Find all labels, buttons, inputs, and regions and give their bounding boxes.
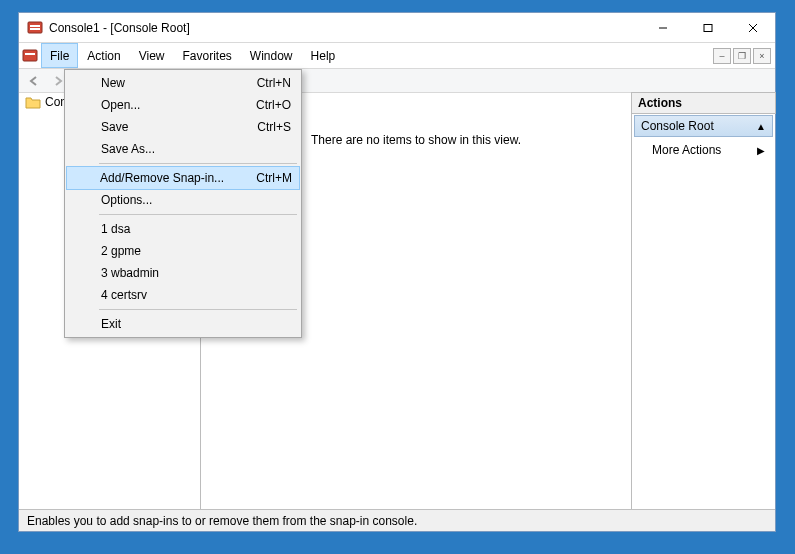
menu-separator: [99, 163, 297, 164]
file-menu-dropdown: New Ctrl+N Open... Ctrl+O Save Ctrl+S Sa…: [64, 69, 302, 338]
menu-item-recent-1-label: 1 dsa: [101, 222, 130, 236]
menu-item-recent-3[interactable]: 3 wbadmin: [67, 262, 299, 284]
menu-item-save-label: Save: [101, 120, 128, 134]
statusbar-text: Enables you to add snap-ins to or remove…: [27, 514, 417, 528]
menu-item-open[interactable]: Open... Ctrl+O: [67, 94, 299, 116]
titlebar: Console1 - [Console Root]: [19, 13, 775, 43]
menu-item-recent-2[interactable]: 2 gpme: [67, 240, 299, 262]
menu-item-recent-4[interactable]: 4 certsrv: [67, 284, 299, 306]
menu-item-save-as-label: Save As...: [101, 142, 155, 156]
menu-file[interactable]: File: [41, 43, 78, 68]
menu-item-new-shortcut: Ctrl+N: [257, 76, 291, 90]
submenu-arrow-icon: ▶: [757, 145, 765, 156]
menu-help-label: Help: [311, 49, 336, 63]
svg-rect-7: [23, 50, 37, 61]
menu-item-recent-2-label: 2 gpme: [101, 244, 141, 258]
more-actions-label: More Actions: [652, 143, 721, 157]
mdi-minimize-button[interactable]: –: [713, 48, 731, 64]
menu-item-add-remove-snapin[interactable]: Add/Remove Snap-in... Ctrl+M: [66, 166, 300, 190]
menu-item-add-remove-shortcut: Ctrl+M: [256, 171, 292, 185]
mmc-app-icon: [27, 20, 43, 36]
maximize-button[interactable]: [685, 13, 730, 42]
menu-window[interactable]: Window: [241, 43, 302, 68]
statusbar: Enables you to add snap-ins to or remove…: [19, 509, 775, 531]
menu-item-recent-3-label: 3 wbadmin: [101, 266, 159, 280]
actions-more-actions[interactable]: More Actions ▶: [632, 137, 775, 163]
menu-item-recent-4-label: 4 certsrv: [101, 288, 147, 302]
menu-window-label: Window: [250, 49, 293, 63]
mmc-window: Console1 - [Console Root] File Action Vi…: [18, 12, 776, 532]
mdi-restore-button[interactable]: ❐: [733, 48, 751, 64]
menu-item-save-shortcut: Ctrl+S: [257, 120, 291, 134]
svg-rect-2: [30, 28, 40, 30]
collapse-caret-icon: ▲: [756, 121, 766, 132]
menu-file-label: File: [50, 49, 69, 63]
menu-view[interactable]: View: [130, 43, 174, 68]
menu-action-label: Action: [87, 49, 120, 63]
window-title: Console1 - [Console Root]: [49, 21, 190, 35]
menu-item-save[interactable]: Save Ctrl+S: [67, 116, 299, 138]
minimize-button[interactable]: [640, 13, 685, 42]
svg-rect-4: [704, 24, 712, 31]
folder-icon: [25, 95, 41, 109]
svg-rect-1: [30, 25, 40, 27]
actions-pane-header: Actions: [631, 92, 776, 114]
close-button[interactable]: [730, 13, 775, 42]
menu-item-exit-label: Exit: [101, 317, 121, 331]
svg-rect-8: [25, 53, 35, 55]
svg-rect-0: [28, 22, 42, 33]
menu-favorites-label: Favorites: [183, 49, 232, 63]
menu-item-options[interactable]: Options...: [67, 189, 299, 211]
menu-item-new-label: New: [101, 76, 125, 90]
actions-group-header[interactable]: Console Root ▲: [634, 115, 773, 137]
menu-view-label: View: [139, 49, 165, 63]
menu-favorites[interactable]: Favorites: [174, 43, 241, 68]
menu-item-options-label: Options...: [101, 193, 152, 207]
menu-item-recent-1[interactable]: 1 dsa: [67, 218, 299, 240]
mdi-close-button[interactable]: ×: [753, 48, 771, 64]
menubar: File Action View Favorites Window Help –…: [19, 43, 775, 69]
menu-item-save-as[interactable]: Save As...: [67, 138, 299, 160]
actions-pane: Actions Console Root ▲ More Actions ▶: [632, 93, 775, 509]
menu-item-new[interactable]: New Ctrl+N: [67, 72, 299, 94]
menu-help[interactable]: Help: [302, 43, 345, 68]
menu-action[interactable]: Action: [78, 43, 129, 68]
menu-separator: [99, 214, 297, 215]
document-icon: [19, 43, 41, 68]
menu-separator: [99, 309, 297, 310]
menu-item-add-remove-label: Add/Remove Snap-in...: [100, 171, 224, 185]
back-button[interactable]: [23, 71, 45, 91]
mdi-window-controls: – ❐ ×: [713, 43, 775, 68]
menu-item-open-label: Open...: [101, 98, 140, 112]
actions-group-label: Console Root: [641, 119, 714, 133]
menu-item-open-shortcut: Ctrl+O: [256, 98, 291, 112]
menu-item-exit[interactable]: Exit: [67, 313, 299, 335]
